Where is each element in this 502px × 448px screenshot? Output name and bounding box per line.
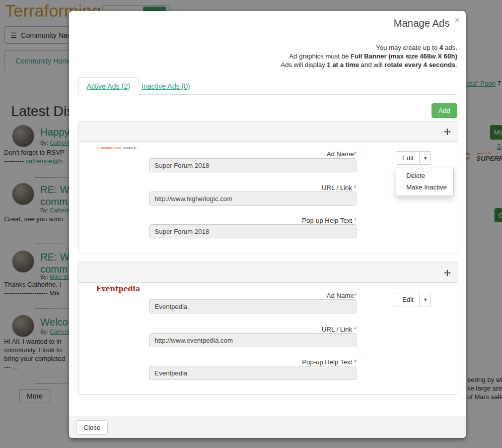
url-link-input[interactable] [149,333,356,347]
ad-name-label: Ad Name* [79,292,356,299]
panel-drag-strip [79,263,458,283]
edit-caret-button[interactable]: ▼ [420,151,431,165]
popup-help-input[interactable] [149,366,356,380]
move-icon[interactable] [444,269,451,278]
edit-button[interactable]: Edit [396,151,420,165]
edit-button-group: Edit ▼ [396,151,431,165]
caret-down-icon: ▼ [423,297,427,302]
close-icon[interactable]: × [454,15,460,25]
required-asterisk: * [354,150,356,158]
menu-item-delete[interactable]: Delete [396,170,453,181]
edit-dropdown-menu: Delete Make Inactive [396,167,454,196]
panel-drag-strip [79,121,458,142]
screen: Terraforming ⚙ Settings ☰ Community Navi… [0,0,502,448]
tab-active-ads[interactable]: Active Ads (2) [78,77,138,95]
ad-panel-eventpedia: Eventpedia Ad Name* URL / Link * Pop-up … [78,262,458,395]
add-button[interactable]: Add [432,103,457,118]
edit-button-group: Edit ▼ [396,293,431,306]
modal-footer: Close [69,416,466,438]
ad-panel-superforum: ▲ HIGHER LOGIC SUPER FORUM Ad Name* URL … [78,121,458,253]
url-link-input[interactable] [149,191,356,206]
popup-help-input[interactable] [149,224,356,238]
move-icon[interactable] [444,128,451,137]
popup-help-label: Pop-up Help Text * [79,217,356,224]
edit-caret-button[interactable]: ▼ [420,293,431,306]
ad-name-label: Ad Name* [79,150,356,158]
modal-title: Manage Ads [394,18,450,29]
required-asterisk: * [354,292,356,299]
required-asterisk: * [354,217,356,224]
popup-help-label: Pop-up Help Text * [79,358,356,366]
required-asterisk: * [354,326,356,333]
required-asterisk: * [354,184,356,191]
ad-name-input[interactable] [149,299,356,313]
modal-header: Manage Ads × [69,11,466,35]
required-asterisk: * [354,358,356,366]
higherlogic-logo-icon: ▲ [96,147,99,150]
ad-name-input[interactable] [149,158,356,172]
ads-info-text: You may create up to 4 ads. Ad graphics … [281,43,457,69]
menu-item-make-inactive[interactable]: Make Inactive [396,181,453,193]
tab-inactive-ads[interactable]: Inactive Ads (0) [133,78,198,95]
url-link-label: URL / Link * [79,326,356,333]
caret-down-icon: ▼ [423,156,427,161]
manage-ads-modal: Manage Ads × You may create up to 4 ads.… [69,11,466,438]
edit-button[interactable]: Edit [396,293,420,306]
close-button[interactable]: Close [76,420,108,435]
url-link-label: URL / Link * [79,184,356,191]
